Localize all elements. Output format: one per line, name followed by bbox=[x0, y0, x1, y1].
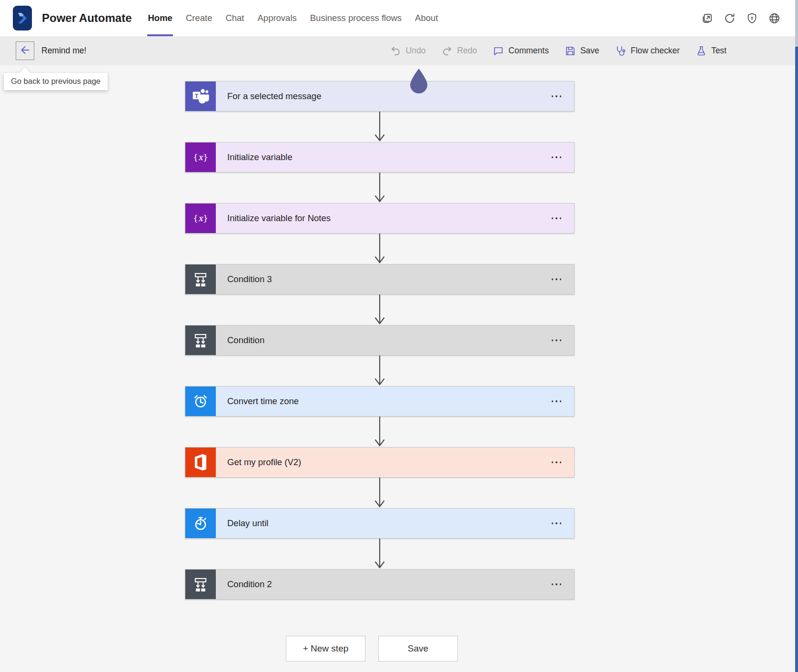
undo-button[interactable]: Undo bbox=[390, 45, 426, 57]
bottom-buttons: + New step Save bbox=[286, 636, 458, 662]
nav-item-create[interactable]: Create bbox=[179, 0, 219, 36]
flow-step-delay-until: Delay until bbox=[185, 508, 575, 569]
flow-step-card[interactable]: Convert time zone bbox=[185, 386, 575, 417]
flow-step-card[interactable]: {x} Initialize variable bbox=[185, 142, 575, 173]
teams-icon: T bbox=[185, 81, 216, 111]
power-automate-page: Power Automate Home Create Chat Approval… bbox=[0, 0, 798, 672]
scrollbar-thumb[interactable] bbox=[795, 47, 798, 672]
more-actions-icon[interactable] bbox=[551, 397, 563, 405]
toolbar-action-label: Test bbox=[711, 46, 727, 56]
globe-icon[interactable] bbox=[768, 12, 781, 25]
flow-step-condition-2: Condition 2 bbox=[185, 569, 575, 600]
nav-item-business-process-flows[interactable]: Business process flows bbox=[303, 0, 408, 36]
flow-step-condition-3: Condition 3 bbox=[185, 264, 575, 325]
new-step-button[interactable]: + New step bbox=[286, 636, 365, 662]
condition-icon bbox=[185, 570, 216, 599]
flow-step-convert-time-zone: Convert time zone bbox=[185, 386, 575, 447]
flow-step-label: Delay until bbox=[227, 518, 268, 529]
alarm-clock-icon bbox=[185, 387, 216, 416]
flow-step-initialize-variable-for-notes: {x} Initialize variable for Notes bbox=[185, 203, 575, 264]
connector-arrow bbox=[185, 112, 575, 142]
nav-item-label: Approvals bbox=[258, 13, 297, 23]
flow-step-card[interactable]: Get my profile (V2) bbox=[185, 447, 575, 478]
connector-arrow bbox=[185, 173, 575, 203]
svg-text:T: T bbox=[195, 93, 199, 100]
svg-text:{x}: {x} bbox=[193, 153, 208, 162]
flow-step-card[interactable]: Condition 2 bbox=[185, 569, 575, 600]
more-actions-icon[interactable] bbox=[551, 214, 563, 222]
top-navbar: Power Automate Home Create Chat Approval… bbox=[0, 0, 798, 36]
power-automate-logo-icon[interactable] bbox=[13, 6, 32, 31]
office-icon bbox=[185, 448, 216, 477]
more-actions-icon[interactable] bbox=[551, 275, 563, 283]
flow-step-label: Get my profile (V2) bbox=[227, 457, 301, 468]
flow-step-card[interactable]: Condition bbox=[185, 325, 575, 356]
navbar-right-icons bbox=[701, 12, 798, 25]
app-title: Power Automate bbox=[42, 11, 131, 25]
stethoscope-icon bbox=[615, 45, 626, 57]
refresh-icon[interactable] bbox=[723, 12, 736, 25]
back-tooltip: Go back to previous page bbox=[4, 73, 108, 90]
test-button[interactable]: Test bbox=[696, 45, 727, 57]
more-actions-icon[interactable] bbox=[551, 458, 563, 466]
flow-step-label: Condition 2 bbox=[227, 579, 272, 590]
flow-step-for-a-selected-message: T For a selected message bbox=[185, 81, 575, 142]
save-button[interactable]: Save bbox=[565, 45, 599, 57]
nav-item-about[interactable]: About bbox=[408, 0, 444, 36]
toolbar-actions: Undo Redo Comments Save Flow checker Tes… bbox=[390, 45, 798, 57]
command-toolbar: Remind me! Undo Redo Comments Save Flow … bbox=[0, 36, 798, 65]
more-actions-icon[interactable] bbox=[551, 580, 563, 588]
flow-step-label: Initialize variable bbox=[227, 152, 293, 163]
svg-text:{x}: {x} bbox=[193, 214, 208, 223]
main-nav: Home Create Chat Approvals Business proc… bbox=[141, 0, 444, 36]
beaker-icon bbox=[696, 45, 707, 57]
flow-title: Remind me! bbox=[41, 46, 86, 56]
condition-icon bbox=[185, 265, 216, 294]
toolbar-action-label: Redo bbox=[457, 46, 477, 56]
connector-arrow bbox=[185, 234, 575, 264]
tooltip-text: Go back to previous page bbox=[11, 77, 101, 85]
nav-item-label: About bbox=[415, 13, 438, 23]
condition-icon bbox=[185, 326, 216, 355]
comments-button[interactable]: Comments bbox=[493, 45, 549, 57]
flow-step-card[interactable]: Condition 3 bbox=[185, 264, 575, 295]
flow-step-get-my-profile-v2: Get my profile (V2) bbox=[185, 447, 575, 508]
more-actions-icon[interactable] bbox=[551, 519, 563, 527]
flow-step-initialize-variable: {x} Initialize variable bbox=[185, 142, 575, 203]
nav-item-label: Business process flows bbox=[310, 13, 402, 23]
privacy-shield-icon[interactable] bbox=[746, 12, 758, 25]
redo-icon bbox=[441, 45, 453, 57]
back-button[interactable] bbox=[16, 41, 34, 60]
more-actions-icon[interactable] bbox=[551, 153, 563, 161]
flow-step-card[interactable]: {x} Initialize variable for Notes bbox=[185, 203, 575, 234]
flow-step-card[interactable]: T For a selected message bbox=[185, 81, 575, 112]
scrollbar-track[interactable] bbox=[795, 0, 798, 672]
flow-designer-canvas: Go back to previous page T For a selecte… bbox=[0, 65, 798, 672]
more-actions-icon[interactable] bbox=[551, 336, 563, 344]
nav-item-label: Chat bbox=[225, 13, 244, 23]
flow-column: T For a selected message {x} Initialize … bbox=[185, 81, 575, 600]
undo-icon bbox=[390, 45, 402, 57]
connector-arrow bbox=[185, 417, 575, 447]
connector-arrow bbox=[185, 356, 575, 386]
save-flow-button[interactable]: Save bbox=[378, 636, 458, 662]
flow-step-condition: Condition bbox=[185, 325, 575, 386]
touch-cursor-icon bbox=[408, 68, 429, 95]
flow-step-label: Convert time zone bbox=[227, 396, 299, 407]
flow-step-label: Condition 3 bbox=[227, 274, 272, 285]
redo-button[interactable]: Redo bbox=[441, 45, 477, 57]
toolbar-action-label: Comments bbox=[508, 46, 549, 56]
flow-checker-button[interactable]: Flow checker bbox=[615, 45, 680, 57]
flow-step-label: Initialize variable for Notes bbox=[227, 213, 331, 224]
open-new-window-icon[interactable] bbox=[701, 12, 714, 25]
nav-item-home[interactable]: Home bbox=[141, 0, 179, 36]
connector-arrow bbox=[185, 295, 575, 325]
more-actions-icon[interactable] bbox=[551, 92, 563, 100]
nav-item-chat[interactable]: Chat bbox=[219, 0, 251, 36]
flow-step-card[interactable]: Delay until bbox=[185, 508, 575, 539]
variable-icon: {x} bbox=[185, 204, 216, 233]
comment-icon bbox=[493, 45, 504, 57]
nav-item-label: Create bbox=[186, 13, 212, 23]
toolbar-action-label: Undo bbox=[406, 46, 426, 56]
nav-item-approvals[interactable]: Approvals bbox=[251, 0, 303, 36]
